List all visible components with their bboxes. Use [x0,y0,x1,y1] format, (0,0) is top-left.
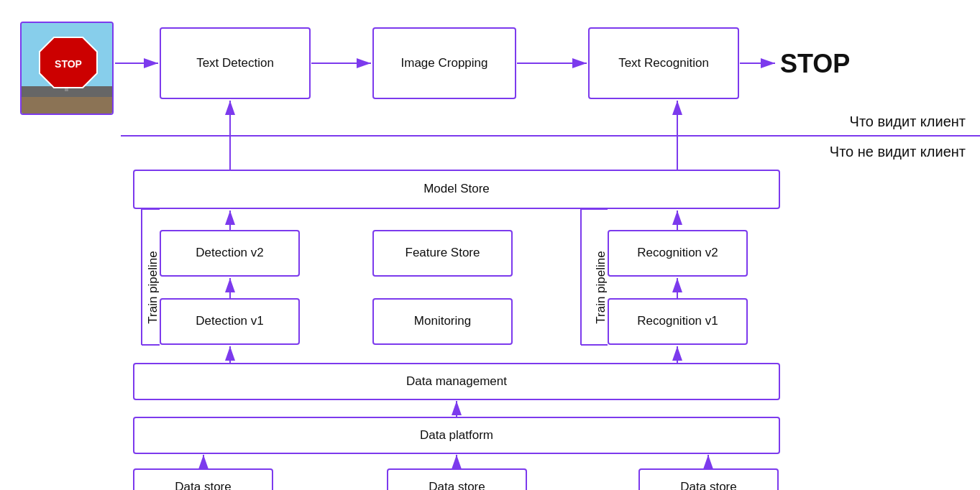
feature-store-box: Feature Store [372,230,513,277]
monitoring-box: Monitoring [372,298,513,345]
recognition-v2-box: Recognition v2 [608,230,748,277]
stop-output: STOP [780,49,850,79]
detection-v2-box: Detection v2 [160,230,300,277]
stop-sign-image: STOP [20,22,114,115]
text-detection-box: Text Detection [160,27,311,99]
data-store-2-box: Data store [387,468,527,490]
data-management-box: Data management [133,363,780,400]
svg-text:STOP: STOP [55,58,82,70]
client-visible-divider [121,135,980,137]
detection-v1-box: Detection v1 [160,298,300,345]
data-store-1-box: Data store [133,468,273,490]
train-pipeline-label-2: Train pipeline [594,251,608,323]
model-store-box: Model Store [133,170,780,209]
data-platform-box: Data platform [133,417,780,454]
recognition-v1-box: Recognition v1 [608,298,748,345]
diagram-container: STOP Text Detection Image Cropping Text … [0,0,980,490]
data-store-3-box: Data store [638,468,779,490]
text-recognition-box: Text Recognition [588,27,739,99]
client-visible-label: Что видит клиент [850,114,966,130]
image-cropping-box: Image Cropping [372,27,516,99]
train-pipeline-label-1: Train pipeline [146,251,160,323]
client-hidden-label: Что не видит клиент [830,144,966,160]
